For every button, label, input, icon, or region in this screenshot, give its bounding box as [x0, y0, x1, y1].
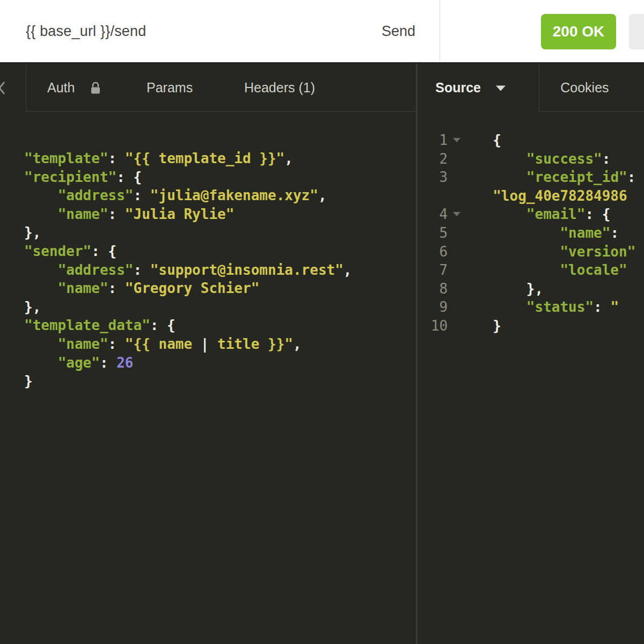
- request-body-editor[interactable]: "template": "{{ template_id }}","recipie…: [0, 112, 416, 391]
- code-line: 8 },: [418, 280, 644, 298]
- fold-cell: [449, 317, 463, 335]
- code-line: 3 "receipt_id":: [418, 168, 644, 187]
- code-line: 5 "name":: [418, 224, 644, 243]
- code-text: "status": ": [493, 298, 619, 317]
- code-line: }: [24, 372, 416, 391]
- lock-icon: [90, 82, 101, 94]
- code-line: "address": "support@insomnia.rest",: [24, 261, 416, 280]
- fold-cell: [449, 224, 463, 243]
- url-input[interactable]: {{ base_url }}/send: [26, 23, 147, 40]
- code-text: "sender": {: [24, 242, 116, 261]
- line-number: 1: [418, 131, 449, 150]
- line-number: 5: [418, 224, 449, 243]
- code-line: 4 "email": {: [418, 205, 644, 224]
- code-line: 9 "status": ": [418, 298, 644, 317]
- code-line: "name": "Gregory Schier": [24, 279, 416, 298]
- code-text: "address": "julia@fakename.xyz",: [24, 186, 327, 205]
- code-line: "log_40e78284986: [418, 187, 644, 206]
- tab-cookies[interactable]: Cookies: [560, 80, 609, 96]
- line-number: 10: [418, 317, 449, 335]
- code-text: "log_40e78284986: [493, 187, 627, 206]
- fold-cell: [449, 261, 463, 280]
- code-text: "address": "support@insomnia.rest",: [24, 261, 352, 280]
- chevron-down-icon: [496, 86, 506, 91]
- tab-strip-divider: [539, 63, 539, 112]
- response-body-viewer[interactable]: 1{2 "success": 3 "receipt_id": "log_40e7…: [418, 112, 644, 335]
- tab-source[interactable]: Source: [435, 80, 506, 96]
- code-text: "name":: [493, 224, 627, 243]
- status-badge: 200 OK: [541, 14, 616, 49]
- time-badge: [629, 14, 644, 49]
- workspace: Auth Params Headers (1) "template": "{{ …: [0, 62, 644, 644]
- fold-toggle[interactable]: [449, 205, 463, 224]
- line-number: 3: [418, 168, 449, 187]
- code-text: "receipt_id":: [493, 168, 644, 187]
- code-text: "name": "Julia Rylie": [24, 205, 234, 224]
- code-line: "address": "julia@fakename.xyz",: [24, 186, 416, 205]
- code-line: 6 "version": [418, 243, 644, 261]
- insomnia-app-window: { "request_bar": { "url": "{{ base_url }…: [0, 0, 644, 644]
- code-line: "name": "{{ name | title }}",: [24, 335, 416, 354]
- request-pane: Auth Params Headers (1) "template": "{{ …: [0, 63, 416, 644]
- code-text: "template": "{{ template_id }}",: [24, 149, 293, 168]
- code-line: "template": "{{ template_id }}",: [24, 149, 416, 168]
- line-number: 8: [418, 280, 449, 298]
- code-line: "age": 26: [24, 354, 416, 372]
- code-text: "name": "Gregory Schier": [24, 279, 259, 298]
- code-text: "template_data": {: [24, 316, 175, 335]
- send-button[interactable]: Send: [382, 23, 415, 40]
- top-bar: {{ base_url }}/send Send 200 OK: [0, 0, 644, 62]
- code-text: "email": {: [493, 205, 610, 224]
- code-line: 2 "success":: [418, 150, 644, 169]
- fold-toggle[interactable]: [449, 131, 463, 150]
- code-text: "locale": [493, 261, 627, 280]
- response-meta-bar: 200 OK: [440, 0, 644, 62]
- request-tab-strip: Auth Params Headers (1): [0, 63, 416, 112]
- tab-headers[interactable]: Headers (1): [244, 80, 315, 96]
- fold-caret-icon: [453, 212, 460, 216]
- response-tab-strip: Source Cookies: [418, 63, 644, 112]
- code-line: 10}: [418, 317, 644, 335]
- code-text: }: [24, 372, 33, 391]
- code-text: },: [493, 280, 543, 298]
- code-text: "version": [493, 243, 635, 261]
- tab-auth[interactable]: Auth: [47, 80, 75, 96]
- code-line: "name": "Julia Rylie": [24, 205, 416, 224]
- fold-caret-icon: [453, 138, 460, 142]
- response-pane: Source Cookies 1{2 "success": 3 "receipt…: [416, 63, 644, 644]
- code-text: "recipient": {: [24, 168, 142, 187]
- line-number: 6: [418, 243, 449, 261]
- code-text: "success":: [493, 150, 619, 169]
- code-line: "template_data": {: [24, 316, 416, 335]
- line-number: 9: [418, 298, 449, 317]
- tab-strip-underline: [26, 111, 416, 112]
- code-line: },: [24, 223, 416, 242]
- tab-source-label: Source: [435, 80, 481, 95]
- code-text: },: [24, 298, 41, 317]
- fold-cell: [449, 298, 463, 317]
- tab-strip-underline: [539, 111, 644, 112]
- fold-cell: [449, 150, 463, 169]
- code-text: {: [493, 131, 501, 150]
- fold-cell: [449, 243, 463, 261]
- code-line: "sender": {: [24, 242, 416, 261]
- code-text: "age": 26: [24, 354, 134, 372]
- fold-cell: [449, 280, 463, 298]
- code-line: },: [24, 298, 416, 317]
- tab-strip-divider: [26, 63, 26, 112]
- line-number: 4: [418, 205, 449, 224]
- code-line: 7 "locale": [418, 261, 644, 280]
- code-text: "name": "{{ name | title }}",: [24, 335, 302, 354]
- tab-params[interactable]: Params: [147, 80, 193, 96]
- request-url-bar: {{ base_url }}/send Send: [0, 0, 440, 62]
- code-line: "recipient": {: [24, 168, 416, 187]
- line-number: [418, 187, 449, 206]
- code-line: 1{: [418, 131, 644, 150]
- fold-cell: [449, 168, 463, 187]
- line-number: 2: [418, 150, 449, 169]
- line-number: 7: [418, 261, 449, 280]
- code-text: }: [493, 317, 501, 335]
- sidebar-collapse-icon[interactable]: [0, 80, 6, 96]
- code-text: },: [24, 223, 41, 242]
- fold-cell: [449, 187, 463, 206]
